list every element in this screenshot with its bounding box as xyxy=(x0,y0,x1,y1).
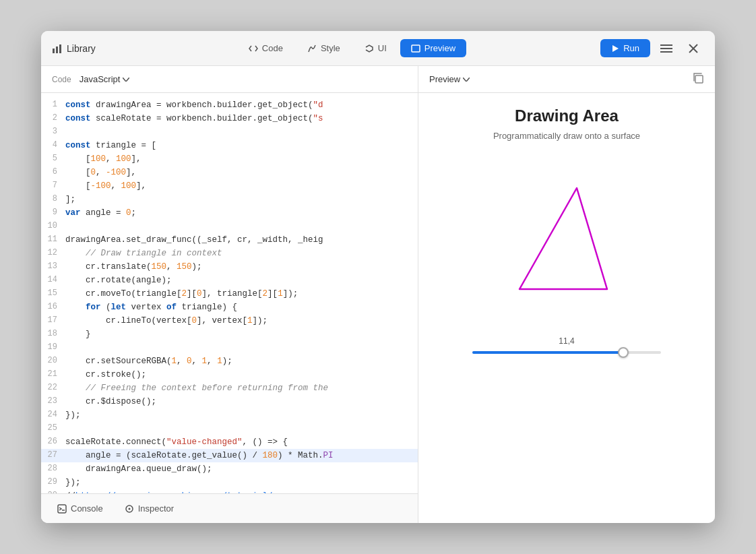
chart-icon xyxy=(52,43,63,54)
code-panel: Code JavaScript 1 const drawingArea = wo… xyxy=(41,66,418,523)
code-line: 1 const drawingArea = workbench.builder.… xyxy=(41,98,418,112)
drawing-canvas xyxy=(466,161,668,323)
svg-marker-4 xyxy=(612,45,619,52)
tab-preview[interactable]: Preview xyxy=(400,39,466,57)
drawing-area-title: Drawing Area xyxy=(515,106,619,125)
slider-section: 11,4 xyxy=(472,336,661,354)
tab-ui[interactable]: UI xyxy=(354,39,398,57)
tab-style-label: Style xyxy=(321,43,340,53)
code-line: 16 for (let vertex of triangle) { xyxy=(41,301,418,314)
preview-content: Drawing Area Programmatically draw onto … xyxy=(418,93,715,523)
code-line-highlighted: 27 angle = (scaleRotate.get_value() / 18… xyxy=(41,449,418,462)
code-lines: 1 const drawingArea = workbench.builder.… xyxy=(41,93,418,493)
code-line: 5 [100, 100], xyxy=(41,152,418,166)
code-line: 4 const triangle = [ xyxy=(41,139,418,152)
code-line: 11 drawingArea.set_draw_func((_self, cr,… xyxy=(41,233,418,247)
code-panel-header: Code JavaScript xyxy=(41,66,418,93)
main-content: Code JavaScript 1 const drawingArea = wo… xyxy=(41,66,715,523)
slider-fill xyxy=(472,351,623,354)
code-line: 22 // Freeing the context before returni… xyxy=(41,381,418,395)
preview-chevron-icon xyxy=(463,78,470,82)
tab-console[interactable]: Console xyxy=(49,499,111,518)
tab-ui-label: UI xyxy=(378,43,387,53)
copy-button[interactable] xyxy=(692,72,704,87)
code-line: 24 }); xyxy=(41,408,418,422)
close-icon xyxy=(689,44,698,53)
svg-rect-1 xyxy=(56,47,58,53)
code-line: 29 }); xyxy=(41,476,418,489)
run-button[interactable]: Run xyxy=(600,39,650,57)
tab-inspector[interactable]: Inspector xyxy=(117,499,182,518)
code-line: 6 [0, -100], xyxy=(41,166,418,179)
code-line: 12 // Draw triangle in context xyxy=(41,247,418,260)
preview-label-selector[interactable]: Preview xyxy=(429,74,470,84)
app-title: Library xyxy=(67,43,96,54)
code-line: 20 cr.setSourceRGBA(1, 0, 1, 1); xyxy=(41,355,418,368)
tab-style[interactable]: Style xyxy=(296,39,351,57)
preview-panel: Preview Drawing Area Programmatically dr… xyxy=(418,66,715,523)
close-button[interactable] xyxy=(683,38,704,59)
titlebar: Library Code Style UI Preview Ru xyxy=(41,31,715,66)
bottom-tabs: Console Inspector xyxy=(41,493,418,523)
svg-marker-15 xyxy=(519,188,607,289)
menu-icon xyxy=(660,44,672,53)
tab-code-label: Code xyxy=(262,43,283,53)
code-line: 9 var angle = 0; xyxy=(41,206,418,220)
titlebar-actions: Run xyxy=(600,38,704,59)
slider-value: 11,4 xyxy=(559,336,574,346)
inspector-icon xyxy=(125,504,134,514)
code-line: 23 cr.$dispose(); xyxy=(41,395,418,408)
code-line: 26 scaleRotate.connect("value-changed", … xyxy=(41,435,418,449)
svg-rect-3 xyxy=(412,45,420,52)
code-line: 8 ]; xyxy=(41,193,418,206)
code-icon xyxy=(249,44,258,53)
preview-icon xyxy=(411,44,420,53)
preview-label-text: Preview xyxy=(429,74,460,84)
code-line: 18 } xyxy=(41,328,418,341)
language-selector[interactable]: JavaScript xyxy=(80,74,130,84)
code-line: 13 cr.translate(150, 150); xyxy=(41,260,418,274)
code-line: 2 const scaleRotate = workbench.builder.… xyxy=(41,112,418,125)
style-icon xyxy=(307,44,317,53)
preview-header: Preview xyxy=(418,66,715,93)
svg-rect-2 xyxy=(59,44,61,53)
code-editor[interactable]: 1 const drawingArea = workbench.builder.… xyxy=(41,93,418,493)
menu-button[interactable] xyxy=(656,38,677,59)
code-line: 7 [-100, 100], xyxy=(41,179,418,193)
svg-rect-14 xyxy=(695,75,703,83)
svg-point-13 xyxy=(128,507,130,510)
slider-thumb[interactable] xyxy=(618,347,629,358)
language-label: JavaScript xyxy=(80,74,121,84)
code-line: 21 cr.stroke(); xyxy=(41,368,418,381)
console-icon xyxy=(57,504,67,514)
code-line: 3 xyxy=(41,125,418,139)
ui-icon xyxy=(365,44,374,53)
tab-inspector-label: Inspector xyxy=(138,503,174,514)
triangle-drawing xyxy=(472,168,661,316)
tab-code[interactable]: Code xyxy=(238,39,294,57)
code-line: 14 cr.rotate(angle); xyxy=(41,274,418,287)
slider-track[interactable] xyxy=(472,351,661,354)
code-line: 17 cr.lineTo(vertex[0], vertex[1]); xyxy=(41,314,418,328)
code-header-label: Code xyxy=(52,75,71,84)
tab-preview-label: Preview xyxy=(424,43,455,53)
drawing-area-subtitle: Programmatically draw onto a surface xyxy=(493,131,640,141)
code-line: 19 xyxy=(41,341,418,355)
code-line: 28 drawingArea.queue_draw(); xyxy=(41,462,418,476)
tab-console-label: Console xyxy=(71,503,103,514)
app-window: Library Code Style UI Preview Ru xyxy=(41,31,715,523)
code-line: 15 cr.moveTo(triangle[2][0], triangle[2]… xyxy=(41,287,418,301)
run-label: Run xyxy=(623,43,639,53)
code-line: 25 xyxy=(41,422,418,435)
chevron-down-icon xyxy=(123,78,129,82)
code-line: 10 xyxy=(41,220,418,233)
play-icon xyxy=(611,44,619,53)
nav-tabs: Code Style UI Preview xyxy=(112,39,592,57)
app-logo: Library xyxy=(52,43,96,54)
svg-rect-0 xyxy=(53,49,55,53)
copy-icon xyxy=(692,72,704,84)
